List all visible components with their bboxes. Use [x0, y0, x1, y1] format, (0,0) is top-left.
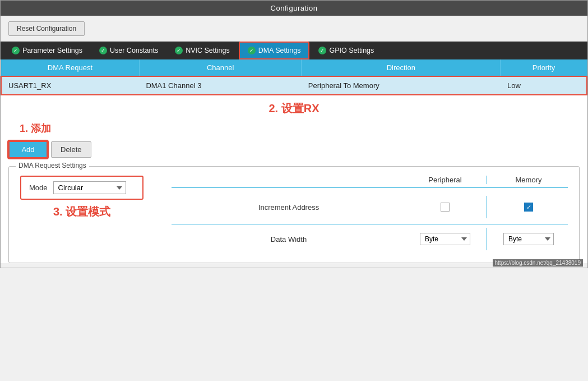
memory-dw-select[interactable]: Byte Half Word Word — [503, 233, 554, 245]
settings-group-legend: DMA Request Settings — [16, 162, 89, 169]
annotation-mode: 3. 设置模式 — [20, 204, 143, 219]
peripheral-increment-checkbox-cell — [406, 203, 484, 212]
cell-request: USART1_RX — [1, 76, 139, 95]
memory-increment-checkbox[interactable]: ✓ — [524, 203, 533, 212]
tab-nvic-check-icon: ✓ — [175, 47, 183, 54]
col-header-priority: Priority — [501, 59, 587, 76]
cell-direction: Peripheral To Memory — [302, 76, 501, 95]
tab-param-label: Parameter Settings — [22, 47, 82, 54]
col-header-direction: Direction — [302, 59, 501, 76]
col-header-request: DMA Request — [1, 59, 139, 76]
col-header-memory: Memory — [489, 176, 568, 184]
col-header-channel: Channel — [139, 59, 301, 76]
mode-label: Mode — [29, 183, 48, 192]
col-header-peripheral: Peripheral — [406, 176, 484, 184]
watermark: https://blog.csdn.net/qq_21438019 — [493, 259, 583, 267]
annotation-add-wrapper: 1. 添加 — [1, 120, 587, 135]
increment-address-row: Increment Address ✓ — [172, 192, 568, 222]
title-label: Configuration — [271, 4, 318, 12]
tab-dma-label: DMA Settings — [258, 47, 301, 54]
col-divider — [487, 196, 487, 218]
dma-table: DMA Request Channel Direction Priority U… — [1, 59, 587, 95]
tab-gpio-label: GPIO Settings — [329, 47, 374, 54]
delete-button[interactable]: Delete — [51, 141, 91, 158]
peripheral-dw-cell: Byte Half Word Word — [406, 233, 484, 245]
tab-dma-settings[interactable]: ✓ DMA Settings — [239, 42, 310, 59]
memory-dw-cell: Byte Half Word Word — [489, 233, 568, 245]
annotation-add: 1. 添加 — [20, 122, 580, 135]
annotation-rx: 2. 设置RX — [1, 95, 587, 120]
tabs-bar: ✓ Parameter Settings ✓ User Constants ✓ … — [1, 42, 587, 59]
cell-channel: DMA1 Channel 3 — [139, 76, 301, 95]
content-area: DMA Request Channel Direction Priority U… — [1, 59, 587, 263]
data-width-label: Data Width — [172, 235, 406, 244]
peripheral-increment-checkbox[interactable] — [441, 203, 450, 212]
reset-config-button[interactable]: Reset Configuration — [8, 21, 85, 36]
tab-gpio-settings[interactable]: ✓ GPIO Settings — [311, 42, 382, 59]
tab-param-settings[interactable]: ✓ Parameter Settings — [4, 42, 90, 59]
tab-user-label: User Constants — [110, 47, 158, 54]
memory-increment-checkbox-cell: ✓ — [489, 203, 568, 212]
increment-label: Increment Address — [172, 203, 406, 212]
tab-nvic-label: NVIC Settings — [186, 47, 230, 54]
main-window: Configuration Reset Configuration ✓ Para… — [0, 0, 588, 268]
col-headers: Peripheral Memory — [172, 176, 568, 188]
tab-nvic-settings[interactable]: ✓ NVIC Settings — [167, 42, 238, 59]
dw-col-divider — [487, 228, 487, 250]
add-button[interactable]: Add — [8, 141, 48, 158]
tab-user-check-icon: ✓ — [99, 47, 107, 54]
tab-gpio-check-icon: ✓ — [318, 47, 326, 54]
peripheral-dw-select[interactable]: Byte Half Word Word — [420, 233, 470, 245]
tab-user-constants[interactable]: ✓ User Constants — [91, 42, 166, 59]
title-bar: Configuration — [1, 1, 587, 16]
mode-select[interactable]: Circular Normal — [53, 181, 126, 194]
mode-row: Mode Circular Normal — [20, 176, 143, 200]
mode-section: Mode Circular Normal 3. 设置模式 — [20, 176, 143, 219]
tab-param-check-icon: ✓ — [12, 47, 20, 54]
data-width-row: Data Width Byte Half Word Word Byte — [172, 224, 568, 254]
table-row[interactable]: USART1_RX DMA1 Channel 3 Peripheral To M… — [1, 76, 587, 95]
settings-right: Peripheral Memory Increment Address ✓ — [172, 176, 568, 254]
cell-priority: Low — [501, 76, 587, 95]
settings-inner: Mode Circular Normal 3. 设置模式 — [20, 176, 568, 254]
toolbar: Reset Configuration — [1, 16, 587, 42]
tab-dma-check-icon: ✓ — [248, 47, 256, 54]
buttons-row: Add Delete — [1, 137, 587, 162]
settings-group: DMA Request Settings Mode Circular Norma… — [8, 166, 580, 263]
